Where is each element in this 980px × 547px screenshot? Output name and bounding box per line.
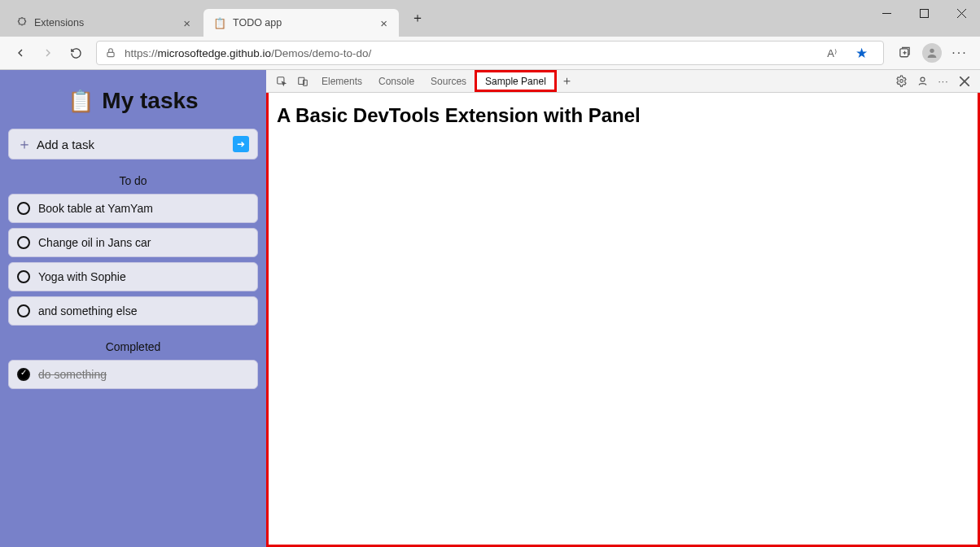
tab-label: Extensions (34, 17, 175, 28)
close-icon[interactable]: × (182, 17, 192, 29)
menu-icon[interactable]: ··· (946, 39, 973, 67)
refresh-button[interactable] (62, 39, 90, 67)
checkbox-icon[interactable] (17, 202, 30, 215)
more-icon[interactable]: ··· (933, 70, 954, 92)
completed-section-label: Completed (8, 340, 258, 353)
todo-list: Book table at YamYam Change oil in Jans … (8, 194, 258, 326)
forward-button[interactable] (34, 39, 62, 67)
task-text: Book table at YamYam (38, 202, 153, 215)
task-text: and something else (38, 304, 137, 317)
collections-icon[interactable] (890, 39, 918, 67)
checkbox-icon[interactable] (17, 270, 30, 283)
task-item[interactable]: Yoga with Sophie (8, 262, 258, 291)
device-toggle-icon[interactable] (292, 70, 313, 92)
content-area: 📋 My tasks ＋ Add a task ➜ To do Book tab… (0, 70, 980, 547)
browser-tab-todo[interactable]: 📋 TODO app × (203, 9, 399, 37)
feedback-icon[interactable] (912, 70, 933, 92)
browser-titlebar: Extensions × 📋 TODO app × ＋ (0, 0, 980, 37)
todo-section-label: To do (8, 174, 258, 187)
task-item[interactable]: Change oil in Jans car (8, 228, 258, 257)
inspect-icon[interactable] (271, 70, 292, 92)
maximize-button[interactable] (905, 0, 943, 26)
app-title: 📋 My tasks (8, 88, 258, 114)
devtools-tab-sources[interactable]: Sources (422, 70, 475, 92)
tab-label: Sample Panel (485, 76, 546, 87)
svg-point-8 (930, 49, 934, 53)
tab-label: Sources (431, 76, 466, 87)
todo-app: 📋 My tasks ＋ Add a task ➜ To do Book tab… (0, 70, 266, 547)
site-info-icon[interactable] (105, 47, 116, 59)
add-task-input[interactable]: ＋ Add a task ➜ (8, 129, 258, 160)
checkbox-icon[interactable] (17, 236, 30, 249)
tab-label: Console (378, 76, 414, 87)
app-title-text: My tasks (102, 88, 198, 114)
clipboard-icon: 📋 (213, 17, 226, 29)
back-button[interactable] (7, 39, 34, 67)
window-controls (868, 0, 980, 26)
task-text: do something (38, 368, 107, 381)
add-panel-icon[interactable]: ＋ (557, 70, 578, 92)
address-bar[interactable]: https://microsoftedge.github.io/Demos/de… (96, 41, 884, 65)
url-host: microsoftedge.github.io (158, 47, 272, 59)
tab-label: Elements (322, 76, 362, 87)
plus-icon: ＋ (17, 134, 32, 154)
panel-heading: A Basic DevTools Extension with Panel (277, 104, 969, 127)
task-text: Change oil in Jans car (38, 236, 151, 249)
profile-icon[interactable] (918, 39, 946, 67)
devtools-tabstrip: Elements Console Sources Sample Panel ＋ … (266, 70, 980, 93)
close-icon[interactable]: × (378, 17, 389, 29)
tab-label: TODO app (233, 17, 372, 28)
minimize-button[interactable] (868, 0, 905, 26)
svg-point-12 (899, 80, 903, 83)
devtools-tab-sample-panel[interactable]: Sample Panel (475, 70, 557, 92)
checkbox-icon[interactable] (17, 304, 30, 317)
favorite-icon[interactable]: ★ (847, 39, 875, 67)
puzzle-icon (16, 17, 28, 28)
task-item-completed[interactable]: do something (8, 360, 258, 389)
svg-rect-4 (107, 52, 114, 56)
new-tab-button[interactable]: ＋ (405, 7, 430, 31)
devtools-tab-elements[interactable]: Elements (313, 70, 370, 92)
browser-toolbar: https://microsoftedge.github.io/Demos/de… (0, 37, 980, 70)
read-aloud-icon[interactable]: A⁾ (818, 39, 846, 67)
browser-tab-extensions[interactable]: Extensions × (7, 9, 202, 37)
devtools-tab-console[interactable]: Console (370, 70, 422, 92)
url-path: /Demos/demo-to-do/ (271, 47, 371, 59)
svg-point-13 (921, 77, 925, 81)
settings-icon[interactable] (890, 70, 912, 92)
completed-list: do something (8, 360, 258, 389)
submit-task-button[interactable]: ➜ (233, 136, 249, 152)
add-task-placeholder: Add a task (37, 138, 94, 151)
close-window-button[interactable] (943, 0, 980, 26)
task-item[interactable]: and something else (8, 296, 258, 326)
checked-icon[interactable] (17, 368, 30, 381)
svg-rect-1 (920, 9, 928, 17)
devtools-panel-content: A Basic DevTools Extension with Panel (266, 93, 980, 547)
task-text: Yoga with Sophie (38, 270, 126, 283)
close-devtools-icon[interactable] (954, 70, 975, 92)
task-item[interactable]: Book table at YamYam (8, 194, 258, 223)
devtools-pane: Elements Console Sources Sample Panel ＋ … (266, 70, 980, 547)
clipboard-icon: 📋 (68, 89, 94, 114)
url-prefix: https:// (125, 47, 158, 59)
